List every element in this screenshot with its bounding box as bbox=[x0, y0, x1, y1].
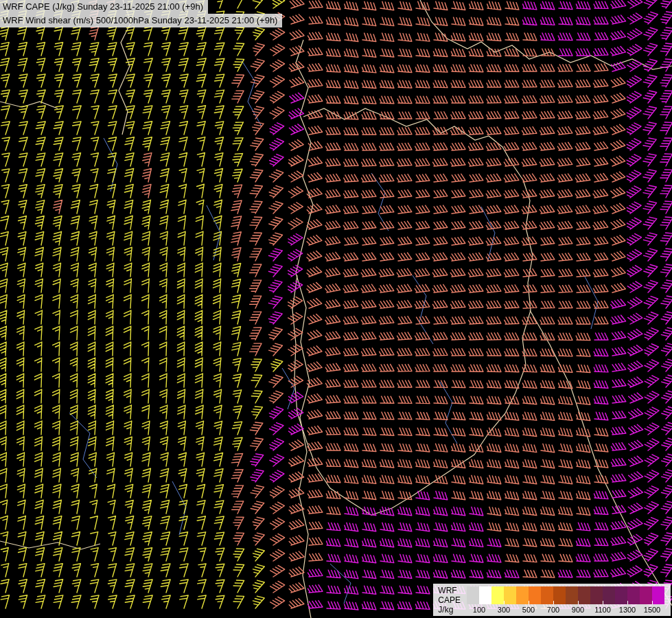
colorbar-tick-label: 500 bbox=[522, 606, 535, 614]
colorbar-cell bbox=[504, 586, 516, 604]
colorbar-cell bbox=[566, 586, 578, 604]
wind-barb-map-canvas bbox=[0, 0, 672, 618]
colorbar-cell bbox=[529, 586, 541, 604]
colorbar-cell bbox=[603, 586, 615, 604]
colorbar-cell bbox=[578, 586, 590, 604]
colorbar-tick-label: 700 bbox=[547, 606, 559, 614]
colorbar-cell bbox=[491, 586, 504, 604]
map-title-overlay: WRF CAPE (J/kg) Sunday 23-11-2025 21:00 … bbox=[0, 0, 282, 27]
legend-colorbar-block: 100300500700900110013001500 bbox=[467, 586, 664, 615]
colorbar-tick-label: 100 bbox=[473, 606, 485, 614]
colorbar-cell bbox=[541, 586, 553, 604]
cape-colorbar bbox=[467, 586, 664, 604]
cape-title: WRF CAPE (J/kg) Sunday 23-11-2025 21:00 … bbox=[0, 0, 208, 14]
colorbar-tick-label: 1500 bbox=[644, 606, 660, 614]
legend-labels: WRF CAPE J/kg bbox=[438, 586, 461, 615]
colorbar-tick-label: 1100 bbox=[594, 606, 611, 614]
colorbar-tick-label: 300 bbox=[498, 606, 510, 614]
colorbar-cell bbox=[590, 586, 603, 604]
colorbar-cell bbox=[516, 586, 529, 604]
weather-map: WRF CAPE (J/kg) Sunday 23-11-2025 21:00 … bbox=[0, 0, 672, 618]
colorbar-cell bbox=[615, 586, 627, 604]
wind-shear-title: WRF Wind shear (m/s) 500/1000hPa Sunday … bbox=[0, 14, 282, 27]
colorbar-tick-label: 1300 bbox=[619, 606, 636, 614]
colorbar-cell bbox=[553, 586, 566, 604]
legend-model-label: WRF bbox=[438, 586, 461, 595]
cape-colorbar-tick-labels: 100300500700900110013001500 bbox=[467, 604, 664, 615]
colorbar-cell bbox=[479, 586, 491, 604]
legend-param-label: CAPE bbox=[438, 596, 461, 605]
colorbar-cell bbox=[627, 586, 640, 604]
legend-units-label: J/kg bbox=[438, 606, 461, 615]
colorbar-cell bbox=[640, 586, 652, 604]
colorbar-tick-label: 900 bbox=[572, 606, 584, 614]
colorbar-cell bbox=[652, 586, 664, 604]
colorbar-cell bbox=[467, 586, 479, 604]
cape-legend: WRF CAPE J/kg 10030050070090011001300150… bbox=[433, 584, 671, 616]
